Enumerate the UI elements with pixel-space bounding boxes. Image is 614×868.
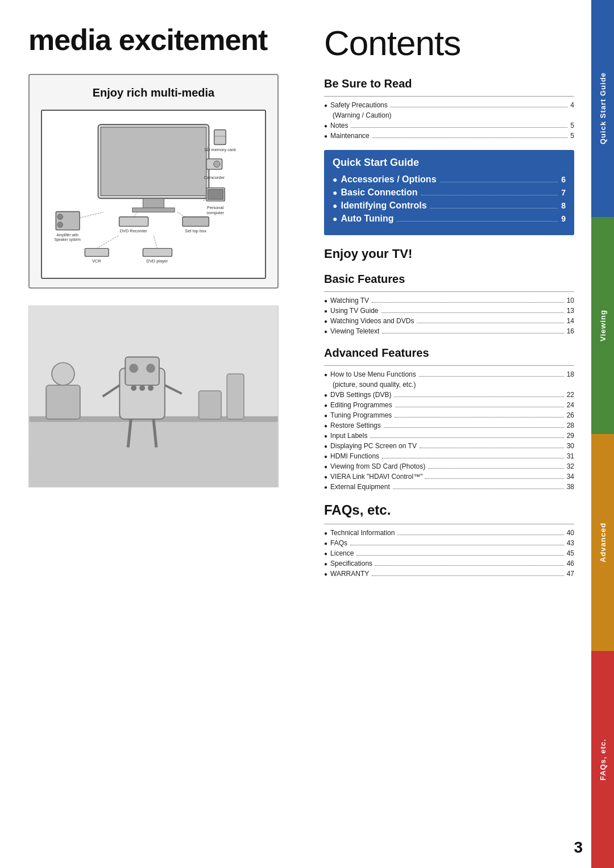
toc-licence-page: 45 — [567, 549, 574, 557]
qs-identifying-text: Identifying Controls — [341, 201, 426, 211]
left-panel: media excitement Enjoy rich multi-media … — [0, 0, 296, 868]
toc-editing-text: Editing Programmes — [330, 401, 392, 409]
toc-warranty-text: WARRANTY — [330, 570, 369, 578]
toc-tuning-page: 26 — [567, 411, 574, 419]
toc-dots-war — [372, 575, 563, 576]
toc-dvb-page: 22 — [567, 391, 574, 399]
toc-dots-sd — [428, 468, 563, 469]
svg-text:Personal: Personal — [207, 205, 224, 210]
side-tabs-container: Quick Start Guide Viewing Advanced FAQs,… — [591, 0, 614, 868]
toc-specs-page: 46 — [567, 560, 574, 567]
toc-external: External Equipment 38 — [324, 483, 574, 491]
svg-rect-51 — [199, 391, 222, 419]
quick-start-box: Quick Start Guide Accessories / Options … — [324, 150, 574, 235]
svg-line-30 — [177, 212, 185, 216]
toc-external-page: 38 — [567, 483, 574, 491]
right-panel: Contents Be Sure to Read Safety Precauti… — [307, 0, 586, 868]
toc-dots-dvb — [394, 397, 563, 397]
side-tab-quickstart-label: Quick Start Guide — [599, 73, 607, 145]
toc-pc-screen: Displaying PC Screen on TV 30 — [324, 442, 574, 450]
qs-dots-acc — [440, 182, 558, 182]
toc-safety-page: 4 — [570, 101, 574, 109]
svg-point-20 — [57, 222, 63, 227]
toc-maintenance-text: Maintenance — [330, 132, 370, 140]
svg-line-33 — [97, 235, 119, 248]
toc-maintenance-page: 5 — [570, 132, 574, 140]
svg-rect-2 — [143, 198, 164, 209]
enjoy-tv-section: Enjoy your TV! Basic Features Watching T… — [324, 247, 574, 491]
toc-dots-hdmi — [382, 458, 564, 458]
svg-rect-23 — [85, 248, 109, 256]
toc-dots-rs — [384, 427, 564, 428]
toc-dots — [391, 107, 568, 107]
toc-faqs: FAQs 43 — [324, 539, 574, 547]
toc-input-labels: Input Labels 29 — [324, 432, 574, 440]
toc-watching-tv-text: Watching TV — [330, 297, 369, 304]
svg-point-39 — [52, 362, 74, 385]
toc-viera-link: VIERA Link "HDAVI Control™" 34 — [324, 473, 574, 481]
qs-auto-page: 9 — [561, 214, 566, 223]
svg-point-43 — [146, 364, 155, 373]
toc-sd-card-text: Viewing from SD Card (Photos) — [330, 462, 425, 470]
qs-auto-tuning: Auto Tuning 9 — [333, 214, 566, 224]
toc-hdmi: HDMI Functions 31 — [324, 452, 574, 460]
qs-dots-basic — [421, 195, 558, 195]
svg-point-46 — [148, 385, 154, 391]
side-tab-quickstart[interactable]: Quick Start Guide — [591, 0, 614, 217]
toc-dots-ext — [393, 489, 564, 489]
faqs-title: FAQs, etc. — [324, 502, 574, 518]
svg-point-42 — [129, 364, 138, 373]
toc-technical: Technical Information 40 — [324, 529, 574, 537]
toc-dots-tp — [395, 417, 563, 418]
qs-dots-auto — [397, 221, 558, 222]
svg-rect-25 — [143, 248, 172, 256]
bottom-svg-illustration — [29, 306, 278, 487]
qs-basic-connection: Basic Connection 7 — [333, 187, 566, 198]
toc-restore-page: 28 — [567, 422, 574, 429]
side-tab-viewing[interactable]: Viewing — [591, 217, 614, 434]
toc-dvb: DVB Settings (DVB) 22 — [324, 391, 574, 399]
contents-title: Contents — [324, 23, 574, 63]
toc-menu-sub: (picture, sound quality, etc.) — [333, 381, 574, 389]
toc-dots-wv — [417, 323, 563, 323]
side-tab-faqs-label: FAQs, etc. — [599, 738, 607, 781]
toc-dots-ti — [397, 535, 563, 535]
basic-features-title: Basic Features — [324, 273, 574, 286]
toc-dots-wtv — [372, 302, 564, 303]
toc-menu-page: 18 — [567, 370, 574, 378]
advanced-features-title: Advanced Features — [324, 347, 574, 360]
faqs-section: FAQs, etc. Technical Information 40 FAQs… — [324, 502, 574, 578]
svg-text:computer: computer — [206, 210, 224, 215]
qs-basic-page: 7 — [561, 188, 566, 197]
side-tab-advanced[interactable]: Advanced — [591, 434, 614, 651]
tv-diagram-inner: SD memory card Camcorder Personal comput… — [41, 110, 266, 279]
svg-text:Set top box: Set top box — [185, 228, 207, 233]
toc-pc-screen-page: 30 — [567, 442, 574, 450]
svg-text:VCR: VCR — [92, 258, 101, 264]
toc-dots-il — [370, 437, 563, 438]
toc-technical-page: 40 — [567, 529, 574, 537]
toc-viera-text: VIERA Link "HDAVI Control™" — [330, 473, 422, 481]
svg-text:Amplifier with: Amplifier with — [56, 233, 78, 237]
svg-rect-3 — [132, 208, 175, 212]
toc-dots-maint — [372, 137, 568, 138]
be-sure-section: Be Sure to Read Safety Precautions 4 (Wa… — [324, 77, 574, 140]
toc-tuning: Tuning Programmes 26 — [324, 411, 574, 419]
toc-dots-lic — [356, 555, 563, 556]
svg-text:Speaker system: Speaker system — [54, 237, 80, 242]
svg-rect-38 — [46, 385, 80, 419]
toc-watching-videos: Watching Videos and DVDs 14 — [324, 317, 574, 325]
qs-basic-text: Basic Connection — [341, 187, 417, 198]
toc-safety-precautions: Safety Precautions 4 — [324, 101, 574, 109]
toc-warranty: WARRANTY 47 — [324, 570, 574, 578]
side-tab-viewing-label: Viewing — [599, 310, 607, 341]
bottom-illustration-area — [28, 306, 279, 487]
toc-sd-card-page: 32 — [567, 462, 574, 470]
toc-menu-text: How to Use Menu Functions — [330, 370, 416, 378]
toc-editing-page: 24 — [567, 401, 574, 409]
toc-tv-guide-text: Using TV Guide — [330, 307, 379, 315]
toc-pc-screen-text: Displaying PC Screen on TV — [330, 442, 417, 450]
page-number: 3 — [574, 838, 583, 857]
side-tab-faqs[interactable]: FAQs, etc. — [591, 651, 614, 868]
toc-dvb-text: DVB Settings (DVB) — [330, 391, 391, 399]
